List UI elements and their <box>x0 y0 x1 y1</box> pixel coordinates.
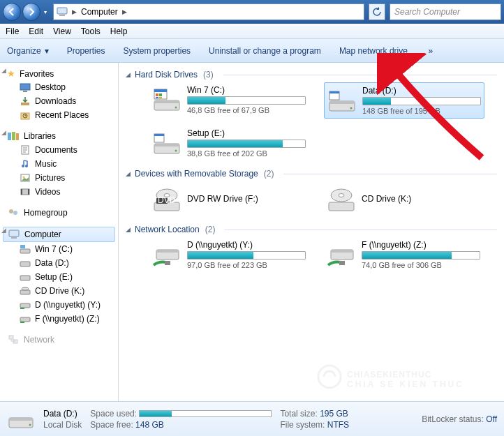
drive-icon <box>327 240 356 269</box>
drive-free-text: 74,0 GB free of 306 GB <box>362 261 482 269</box>
sidebar-item-drive-c[interactable]: Win 7 (C:) <box>0 242 118 256</box>
svg-rect-23 <box>20 245 25 248</box>
map-network-drive-button[interactable]: Map network drive <box>339 46 408 56</box>
collapse-icon[interactable]: ◢ <box>1 227 6 234</box>
nav-history-dropdown[interactable]: ▾ <box>42 3 49 21</box>
svg-rect-33 <box>154 100 179 103</box>
toolbar-overflow-button[interactable]: » <box>426 46 436 56</box>
group-header[interactable]: ◢Hard Disk Drives (3) <box>121 67 501 82</box>
breadcrumb-sep-icon: ▶ <box>121 8 128 15</box>
menu-help[interactable]: Help <box>110 27 128 36</box>
svg-rect-21 <box>11 237 17 239</box>
back-button[interactable] <box>3 3 21 21</box>
sidebar-item-drive-k[interactable]: CD Drive (K:) <box>0 284 118 298</box>
drive-free-text: 46,8 GB free of 67,9 GB <box>187 106 307 114</box>
svg-rect-8 <box>12 132 15 140</box>
svg-rect-40 <box>159 97 162 98</box>
menu-tools[interactable]: Tools <box>81 27 101 36</box>
group-header[interactable]: ◢Network Location (2) <box>121 222 501 237</box>
drive-item[interactable]: D (\\nguyetkt) (Y:)97,0 GB free of 223 G… <box>149 237 310 272</box>
drive-name: CD Drive (K:) <box>362 194 482 204</box>
chevron-down-icon: ▾ <box>45 46 49 56</box>
svg-rect-22 <box>20 249 30 253</box>
svg-rect-4 <box>21 103 29 105</box>
drive-item[interactable]: Data (D:)148 GB free of 195 GB <box>324 82 484 119</box>
svg-rect-63 <box>331 250 353 253</box>
uninstall-button[interactable]: Uninstall or change a program <box>209 46 321 56</box>
homegroup-icon <box>7 207 20 218</box>
capacity-bar <box>187 251 306 260</box>
sidebar-computer[interactable]: Computer <box>3 227 115 242</box>
menu-view[interactable]: View <box>53 27 71 36</box>
svg-rect-50 <box>154 134 164 136</box>
svg-point-48 <box>175 150 177 152</box>
drive-icon <box>7 405 35 433</box>
svg-point-67 <box>29 423 31 426</box>
svg-text:DVD: DVD <box>158 195 176 205</box>
svg-rect-42 <box>329 101 355 104</box>
drive-item[interactable]: DVDDVD RW Drive (F:) <box>149 181 310 216</box>
svg-rect-2 <box>20 84 30 90</box>
sidebar-item-music[interactable]: Music <box>0 157 118 171</box>
sidebar-item-downloads[interactable]: Downloads <box>0 94 118 108</box>
capacity-bar <box>362 97 481 105</box>
space-used-bar <box>139 410 272 417</box>
sidebar-homegroup[interactable]: Homegroup <box>0 206 118 220</box>
svg-point-58 <box>339 194 344 197</box>
sidebar-item-drive-d[interactable]: Data (D:) <box>0 256 118 270</box>
refresh-button[interactable] <box>369 3 385 20</box>
svg-rect-45 <box>329 91 339 93</box>
svg-rect-39 <box>156 97 158 98</box>
properties-button[interactable]: Properties <box>67 46 105 56</box>
computer-icon <box>8 229 20 240</box>
drive-item[interactable]: CD Drive (K:) <box>324 181 484 216</box>
sidebar-item-desktop[interactable]: Desktop <box>0 80 118 94</box>
drive-icon: DVD <box>152 184 181 213</box>
content-pane: ◢Hard Disk Drives (3)Win 7 (C:)46,8 GB f… <box>119 63 504 401</box>
details-title: Data (D:) <box>43 409 77 419</box>
svg-rect-56 <box>329 202 354 211</box>
drive-item[interactable]: Win 7 (C:)46,8 GB free of 67,9 GB <box>149 82 310 119</box>
nav-bar: ▾ ▶ Computer ▶ Search Computer <box>0 0 504 24</box>
collapse-icon: ◢ <box>126 170 131 177</box>
system-properties-button[interactable]: System properties <box>123 46 191 56</box>
drive-name: Data (D:) <box>362 86 481 96</box>
sidebar-item-documents[interactable]: Documents <box>0 143 118 157</box>
collapse-icon[interactable]: ◢ <box>1 129 6 136</box>
breadcrumb-sep-icon: ▶ <box>71 8 78 15</box>
organize-button[interactable]: Organize ▾ <box>7 46 49 56</box>
libraries-icon <box>7 130 20 142</box>
drive-item[interactable]: Setup (E:)38,8 GB free of 202 GB <box>149 126 310 160</box>
sidebar-item-recent[interactable]: Recent Places <box>0 108 118 122</box>
svg-point-43 <box>350 107 353 110</box>
sidebar-item-netdrive-y[interactable]: D (\\nguyetkt) (Y:) <box>0 298 118 312</box>
star-icon: ★ <box>7 68 15 79</box>
svg-rect-26 <box>20 290 30 294</box>
drive-item[interactable]: F (\\nguyetkt) (Z:)74,0 GB free of 306 G… <box>324 237 484 272</box>
breadcrumb-computer[interactable]: Computer <box>78 7 121 17</box>
details-pane: Data (D:) Local Disk Space used: Space f… <box>0 401 504 436</box>
command-bar: Organize ▾ Properties System properties … <box>0 39 504 63</box>
sidebar-network[interactable]: Network <box>0 333 118 347</box>
forward-button[interactable] <box>22 3 40 21</box>
address-bar[interactable]: ▶ Computer ▶ <box>53 3 364 20</box>
svg-rect-66 <box>9 418 33 421</box>
drive-icon <box>152 240 181 269</box>
menu-file[interactable]: File <box>6 27 19 36</box>
collapse-icon[interactable]: ◢ <box>1 67 6 74</box>
svg-point-19 <box>13 211 17 215</box>
details-subtitle: Local Disk <box>43 420 82 430</box>
group-header[interactable]: ◢Devices with Removable Storage (2) <box>121 166 501 181</box>
drive-name: F (\\nguyetkt) (Z:) <box>362 240 482 250</box>
search-input[interactable]: Search Computer <box>390 3 501 20</box>
svg-rect-37 <box>156 93 158 96</box>
sidebar-item-pictures[interactable]: Pictures <box>0 171 118 185</box>
menu-edit[interactable]: Edit <box>29 27 43 36</box>
drive-name: Setup (E:) <box>187 128 307 138</box>
sidebar-item-drive-e[interactable]: Setup (E:) <box>0 270 118 284</box>
sidebar-item-netdrive-z[interactable]: F (\\nguyetkt) (Z:) <box>0 312 118 326</box>
sidebar-item-videos[interactable]: Videos <box>0 185 118 199</box>
sidebar-libraries[interactable]: Libraries <box>0 129 118 143</box>
sidebar-favorites[interactable]: ★ Favorites <box>0 67 118 80</box>
drive-icon <box>327 184 356 213</box>
